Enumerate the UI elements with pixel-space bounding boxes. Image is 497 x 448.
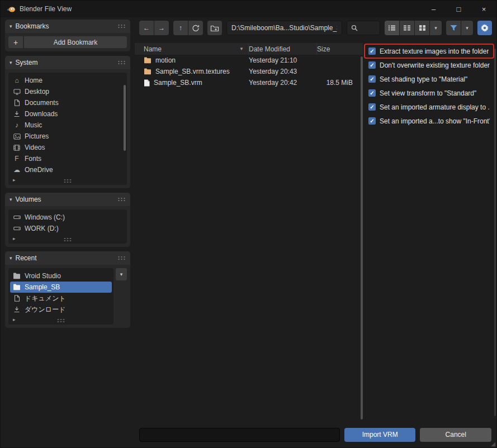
display-settings-dropdown-button[interactable]: ▾ [430, 21, 442, 35]
column-header-date-modified[interactable]: Date Modified [249, 43, 317, 55]
sort-descending-icon[interactable]: ▼ [239, 46, 248, 51]
sidebar-item-fonts[interactable]: F Fonts [8, 153, 127, 164]
sidebar-item-desktop[interactable]: Desktop [8, 86, 127, 97]
column-header-size[interactable]: Size [317, 43, 363, 55]
option-dont-overwrite-texture-folder[interactable]: ✓ Don't overwrite existing texture folde… [365, 58, 493, 72]
sidebar: ▾ Bookmarks + Add Bookmark ▾ System ⌂ [5, 20, 130, 332]
forward-button[interactable]: → [154, 21, 169, 35]
checkbox-checked-icon[interactable]: ✓ [368, 117, 376, 125]
sidebar-item-work-d[interactable]: WORK (D:) [8, 223, 127, 234]
recent-item-vroid-studio[interactable]: Vroid Studio [8, 270, 113, 282]
sidebar-item-music[interactable]: ♪ Music [8, 120, 127, 131]
window-resize-grip-icon[interactable]: ◢ [491, 441, 495, 447]
sidebar-item-label: OneDrive [25, 166, 53, 174]
file-size: 18.5 MiB [317, 79, 363, 87]
folder-icon [144, 68, 152, 75]
file-list-scrollbar[interactable] [361, 56, 363, 420]
recent-item-downloads-jp[interactable]: ダウンロード [8, 304, 113, 315]
system-panel-title: System [16, 59, 114, 66]
sidebar-item-home[interactable]: ⌂ Home [8, 75, 127, 86]
sidebar-item-label: Documents [25, 99, 59, 107]
bookmarks-panel-header[interactable]: ▾ Bookmarks [5, 20, 130, 33]
blender-logo-icon[interactable] [6, 6, 16, 13]
file-date: Yesterday 21:10 [249, 56, 317, 64]
checkbox-checked-icon[interactable]: ✓ [368, 61, 376, 69]
checkbox-checked-icon[interactable]: ✓ [368, 103, 376, 111]
sidebar-item-videos[interactable]: Videos [8, 142, 127, 153]
filter-settings-dropdown-button[interactable]: ▾ [461, 21, 473, 35]
file-browser-toolbar: ← → ↑ [139, 21, 492, 35]
search-field[interactable] [347, 21, 380, 35]
option-set-shading-type[interactable]: ✓ Set shading type to "Material" [365, 72, 493, 86]
search-input[interactable] [361, 24, 376, 32]
system-panel-header[interactable]: ▾ System [5, 56, 130, 69]
music-note-icon: ♪ [13, 122, 21, 128]
chevron-down-icon: ▾ [10, 60, 12, 65]
view-horizontal-list-button[interactable] [400, 21, 414, 35]
filename-input[interactable] [139, 428, 340, 442]
options-scrollbar[interactable] [494, 49, 496, 416]
option-label: Set an imported a...to show "In-Front" [380, 117, 490, 125]
option-label: Set an imported armature display to ... [380, 103, 490, 111]
option-extract-texture-images[interactable]: ✓ Extract texture images into the folder [365, 44, 493, 58]
up-directory-button[interactable]: ↑ [173, 21, 188, 35]
recent-item-documents-jp[interactable]: ドキュメント [8, 293, 113, 304]
sidebar-item-onedrive[interactable]: ☁ OneDrive [8, 164, 127, 175]
grip-dots-icon[interactable] [117, 24, 126, 28]
vertical-list-icon [388, 25, 396, 31]
grip-dots-icon[interactable] [117, 60, 126, 65]
system-list-scrollbar[interactable] [124, 85, 126, 151]
column-header-name[interactable]: Name ▼ [144, 43, 249, 55]
recent-item-sample-sb[interactable]: Sample_SB [10, 282, 112, 293]
add-bookmark-button[interactable]: Add Bookmark [24, 36, 127, 48]
path-input[interactable] [226, 21, 342, 35]
sidebar-item-downloads[interactable]: Downloads [8, 108, 127, 120]
chevron-down-icon: ▾ [120, 271, 123, 277]
file-name: Sample_SB.vrm.textures [155, 68, 230, 75]
add-bookmark-plus-button[interactable]: + [8, 36, 23, 48]
chevron-right-icon[interactable]: ▸ [13, 317, 16, 322]
view-vertical-list-button[interactable] [385, 21, 399, 35]
sidebar-item-windows-c[interactable]: Windows (C:) [8, 212, 127, 223]
sidebar-item-documents[interactable]: Documents [8, 97, 127, 108]
back-button[interactable]: ← [139, 21, 154, 35]
film-icon [13, 145, 21, 151]
file-row-textures-folder[interactable]: Sample_SB.vrm.textures Yesterday 20:43 [135, 66, 363, 77]
option-set-view-transform[interactable]: ✓ Set view transform to "Standard" [365, 86, 493, 100]
refresh-button[interactable] [188, 21, 203, 35]
checkbox-checked-icon[interactable]: ✓ [368, 89, 376, 97]
view-thumbnails-button[interactable] [415, 21, 429, 35]
new-folder-button[interactable] [207, 21, 222, 35]
file-name: motion [155, 56, 176, 64]
cancel-button[interactable]: Cancel [420, 428, 491, 442]
execute-bar: Import VRM Cancel [135, 422, 496, 447]
recent-item-label: ドキュメント [25, 294, 66, 303]
options-toggle-gear-button[interactable] [477, 21, 492, 35]
chevron-right-icon[interactable]: ▸ [13, 177, 16, 183]
option-set-armature-display[interactable]: ✓ Set an imported armature display to ..… [365, 100, 493, 114]
checkbox-checked-icon[interactable]: ✓ [368, 75, 376, 83]
resize-grip-icon[interactable] [57, 318, 65, 323]
resize-grip-icon[interactable] [64, 179, 72, 183]
checkbox-checked-icon[interactable]: ✓ [368, 47, 376, 55]
file-row-vrm-file[interactable]: Sample_SB.vrm Yesterday 20:42 18.5 MiB [135, 77, 363, 88]
recent-options-dropdown-button[interactable]: ▾ [116, 268, 127, 280]
sidebar-item-pictures[interactable]: Pictures [8, 131, 127, 142]
file-icon [144, 79, 150, 87]
chevron-right-icon[interactable]: ▸ [13, 236, 16, 241]
import-vrm-button[interactable]: Import VRM [344, 428, 416, 442]
folder-icon [13, 284, 21, 290]
resize-grip-icon[interactable] [64, 237, 72, 242]
column-header-name-label: Name [144, 45, 162, 53]
volumes-panel-header[interactable]: ▾ Volumes [5, 193, 130, 206]
option-set-in-front[interactable]: ✓ Set an imported a...to show "In-Front" [365, 114, 493, 128]
picture-icon [13, 134, 21, 140]
recent-panel-header[interactable]: ▾ Recent [5, 251, 130, 265]
file-browser-main: ← → ↑ [135, 1, 496, 447]
recent-item-label: Sample_SB [25, 283, 60, 291]
grip-dots-icon[interactable] [117, 256, 126, 260]
filter-button[interactable] [446, 21, 461, 35]
grip-dots-icon[interactable] [117, 197, 126, 202]
forward-arrow-icon: → [158, 24, 165, 32]
file-row-motion[interactable]: motion Yesterday 21:10 [135, 55, 363, 66]
